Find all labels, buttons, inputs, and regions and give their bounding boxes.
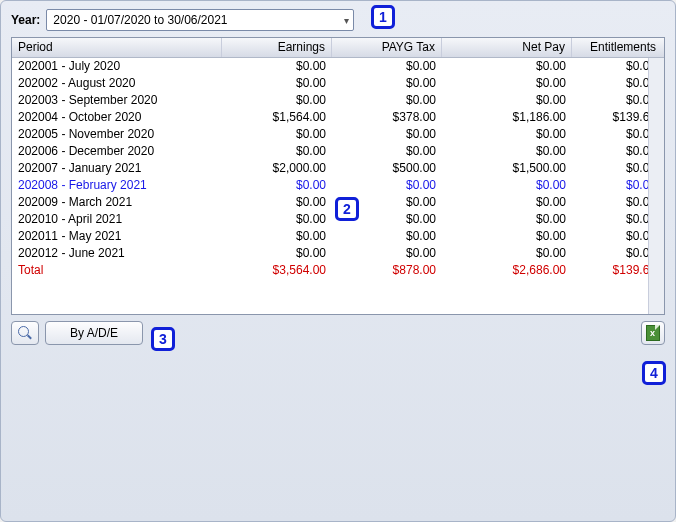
toolbar: By A/D/E <box>11 321 665 345</box>
chevron-down-icon: ▾ <box>344 15 349 26</box>
table-row[interactable]: 202005 - November 2020$0.00$0.00$0.00$0.… <box>12 126 664 143</box>
cell-payg: $500.00 <box>332 160 442 177</box>
year-dropdown[interactable]: 2020 - 01/07/2020 to 30/06/2021 ▾ <box>46 9 354 31</box>
cell-net: $0.00 <box>442 177 572 194</box>
table-row[interactable]: 202002 - August 2020$0.00$0.00$0.00$0.00 <box>12 75 664 92</box>
table-row[interactable]: 202011 - May 2021$0.00$0.00$0.00$0.00 <box>12 228 664 245</box>
cell-period: 202004 - October 2020 <box>12 109 222 126</box>
table-row[interactable]: 202004 - October 2020$1,564.00$378.00$1,… <box>12 109 664 126</box>
callout-2: 2 <box>335 197 359 221</box>
cell-earn: $0.00 <box>222 58 332 75</box>
table-row[interactable]: 202008 - February 2021$0.00$0.00$0.00$0.… <box>12 177 664 194</box>
cell-net: $0.00 <box>442 228 572 245</box>
table-row[interactable]: 202012 - June 2021$0.00$0.00$0.00$0.00 <box>12 245 664 262</box>
cell-net: $2,686.00 <box>442 262 572 279</box>
cell-period: 202009 - March 2021 <box>12 194 222 211</box>
table-row[interactable]: 202006 - December 2020$0.00$0.00$0.00$0.… <box>12 143 664 160</box>
cell-earn: $0.00 <box>222 245 332 262</box>
cell-payg: $0.00 <box>332 126 442 143</box>
col-period[interactable]: Period <box>12 38 222 57</box>
cell-payg: $878.00 <box>332 262 442 279</box>
cell-earn: $0.00 <box>222 228 332 245</box>
cell-period: 202005 - November 2020 <box>12 126 222 143</box>
cell-net: $0.00 <box>442 194 572 211</box>
cell-period: 202010 - April 2021 <box>12 211 222 228</box>
cell-net: $0.00 <box>442 75 572 92</box>
cell-net: $0.00 <box>442 245 572 262</box>
year-selector-row: Year: 2020 - 01/07/2020 to 30/06/2021 ▾ <box>11 9 665 31</box>
cell-earn: $1,564.00 <box>222 109 332 126</box>
callout-3: 3 <box>151 327 175 351</box>
cell-payg: $0.00 <box>332 143 442 160</box>
table-row[interactable]: Total$3,564.00$878.00$2,686.00$139.65 <box>12 262 664 279</box>
cell-earn: $0.00 <box>222 211 332 228</box>
search-icon <box>18 326 32 340</box>
cell-payg: $0.00 <box>332 177 442 194</box>
cell-net: $0.00 <box>442 211 572 228</box>
cell-payg: $0.00 <box>332 245 442 262</box>
cell-net: $0.00 <box>442 58 572 75</box>
table-row[interactable]: 202003 - September 2020$0.00$0.00$0.00$0… <box>12 92 664 109</box>
cell-payg: $0.00 <box>332 75 442 92</box>
periods-table: Period Earnings PAYG Tax Net Pay Entitle… <box>11 37 665 315</box>
cell-net: $0.00 <box>442 143 572 160</box>
table-body: 202001 - July 2020$0.00$0.00$0.00$0.0020… <box>12 58 664 279</box>
cell-earn: $0.00 <box>222 143 332 160</box>
col-netpay[interactable]: Net Pay <box>442 38 572 57</box>
cell-net: $0.00 <box>442 92 572 109</box>
cell-period: 202002 - August 2020 <box>12 75 222 92</box>
cell-earn: $0.00 <box>222 194 332 211</box>
cell-earn: $0.00 <box>222 177 332 194</box>
by-ade-label: By A/D/E <box>70 326 118 340</box>
cell-net: $1,186.00 <box>442 109 572 126</box>
cell-payg: $0.00 <box>332 58 442 75</box>
cell-period: 202007 - January 2021 <box>12 160 222 177</box>
cell-period: 202012 - June 2021 <box>12 245 222 262</box>
cell-period: 202006 - December 2020 <box>12 143 222 160</box>
col-entitlements[interactable]: Entitlements <box>572 38 662 57</box>
table-header: Period Earnings PAYG Tax Net Pay Entitle… <box>12 38 664 58</box>
table-row[interactable]: 202001 - July 2020$0.00$0.00$0.00$0.00 <box>12 58 664 75</box>
cell-payg: $378.00 <box>332 109 442 126</box>
payroll-summary-panel: Year: 2020 - 01/07/2020 to 30/06/2021 ▾ … <box>0 0 676 522</box>
col-earnings[interactable]: Earnings <box>222 38 332 57</box>
cell-period: 202008 - February 2021 <box>12 177 222 194</box>
year-dropdown-value: 2020 - 01/07/2020 to 30/06/2021 <box>53 13 227 27</box>
callout-4: 4 <box>642 361 666 385</box>
cell-period: 202001 - July 2020 <box>12 58 222 75</box>
vertical-scrollbar[interactable] <box>648 58 664 314</box>
cell-payg: $0.00 <box>332 92 442 109</box>
by-ade-button[interactable]: By A/D/E <box>45 321 143 345</box>
cell-net: $0.00 <box>442 126 572 143</box>
col-payg[interactable]: PAYG Tax <box>332 38 442 57</box>
cell-earn: $3,564.00 <box>222 262 332 279</box>
cell-earn: $0.00 <box>222 92 332 109</box>
cell-payg: $0.00 <box>332 228 442 245</box>
table-row[interactable]: 202007 - January 2021$2,000.00$500.00$1,… <box>12 160 664 177</box>
export-excel-button[interactable] <box>641 321 665 345</box>
cell-earn: $0.00 <box>222 75 332 92</box>
cell-period: 202011 - May 2021 <box>12 228 222 245</box>
cell-earn: $0.00 <box>222 126 332 143</box>
cell-earn: $2,000.00 <box>222 160 332 177</box>
year-label: Year: <box>11 13 40 27</box>
cell-net: $1,500.00 <box>442 160 572 177</box>
cell-period: Total <box>12 262 222 279</box>
search-button[interactable] <box>11 321 39 345</box>
cell-period: 202003 - September 2020 <box>12 92 222 109</box>
excel-icon <box>646 325 660 341</box>
callout-1: 1 <box>371 5 395 29</box>
